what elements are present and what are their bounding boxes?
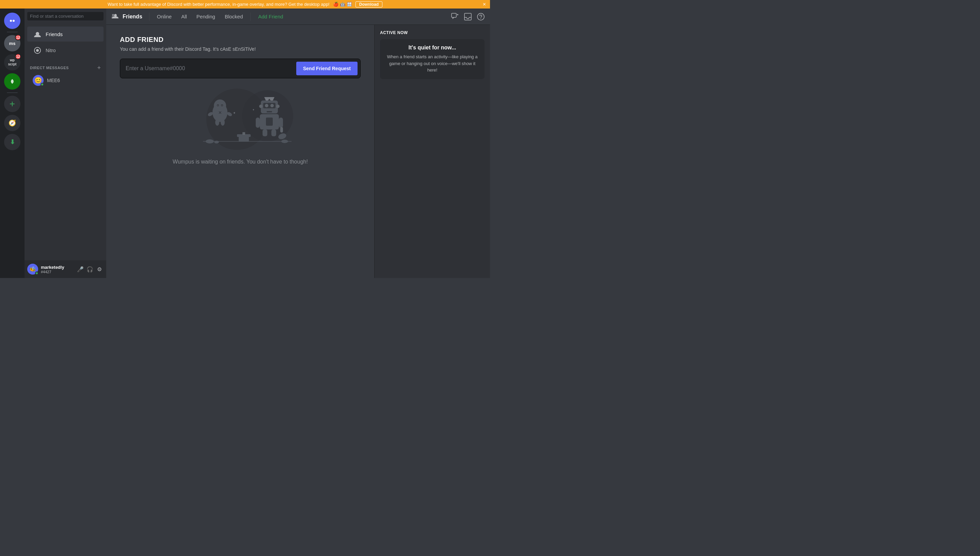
- apple-icon: 🍎: [333, 2, 338, 7]
- server-icon-wpscript[interactable]: wpscrpt 12: [4, 54, 21, 71]
- svg-point-40: [276, 105, 280, 108]
- friends-label: Friends: [46, 31, 63, 37]
- download-app-icon[interactable]: ⬇: [4, 134, 21, 150]
- server-badge-ms: 12: [15, 34, 21, 40]
- online-indicator: [40, 83, 44, 86]
- deafen-button[interactable]: 🎧: [86, 265, 94, 273]
- add-friend-title: ADD FRIEND: [120, 36, 361, 44]
- explore-servers-icon[interactable]: 🧭: [4, 115, 21, 131]
- top-nav: Friends Online All Pending Blocked Add F…: [106, 8, 490, 25]
- active-now-card: It's quiet for now... When a friend star…: [380, 39, 485, 79]
- svg-rect-29: [242, 132, 245, 135]
- username-input[interactable]: [120, 59, 293, 78]
- svg-point-11: [480, 18, 481, 19]
- send-friend-request-button[interactable]: Send Friend Request: [296, 61, 358, 75]
- user-settings-button[interactable]: ⚙: [95, 265, 103, 273]
- add-friend-form: Send Friend Request: [120, 58, 361, 78]
- active-now-card-description: When a friend starts an activity—like pl…: [385, 53, 479, 74]
- nav-title: Friends: [122, 14, 142, 20]
- svg-point-49: [206, 139, 214, 144]
- svg-rect-47: [271, 129, 276, 136]
- svg-text:✦: ✦: [233, 111, 235, 115]
- svg-point-5: [112, 14, 114, 16]
- svg-rect-46: [263, 129, 267, 136]
- help-button[interactable]: [477, 13, 485, 21]
- nitro-icon: [33, 46, 42, 55]
- nitro-label: Nitro: [46, 48, 56, 53]
- banner-platform-icons: 🍎 🤖 🪟: [333, 2, 352, 7]
- svg-point-39: [259, 105, 263, 108]
- user-info: marketedly #4427: [41, 265, 74, 274]
- dm-avatar-mee6: 😊: [33, 75, 44, 86]
- search-input[interactable]: [27, 12, 103, 21]
- svg-point-17: [214, 100, 226, 112]
- svg-point-10: [477, 13, 484, 20]
- svg-point-51: [281, 140, 288, 143]
- svg-text:✕: ✕: [218, 110, 222, 115]
- nitro-nav-item[interactable]: Nitro: [27, 43, 103, 58]
- server-divider-1: [7, 32, 18, 32]
- active-now-card-title: It's quiet for now...: [385, 45, 479, 51]
- add-server-icon[interactable]: +: [4, 96, 21, 112]
- tab-blocked[interactable]: Blocked: [221, 12, 246, 21]
- server-sidebar: ms 12 wpscrpt 12 + 🧭 ⬇: [0, 8, 24, 278]
- main-content: Friends Online All Pending Blocked Add F…: [106, 8, 490, 278]
- windows-icon: 🪟: [347, 2, 352, 7]
- dm-header: DIRECT MESSAGES +: [24, 59, 106, 72]
- svg-rect-38: [267, 111, 272, 112]
- svg-point-1: [13, 20, 15, 22]
- search-bar-container: [24, 8, 106, 24]
- home-server-icon[interactable]: [4, 13, 21, 29]
- svg-rect-43: [279, 118, 283, 128]
- user-name: marketedly: [41, 265, 74, 270]
- user-panel: 🐝 marketedly #4427 🎤 🎧 ⚙: [24, 260, 106, 278]
- svg-rect-9: [464, 13, 471, 20]
- user-controls: 🎤 🎧 ⚙: [76, 265, 103, 273]
- inbox-button[interactable]: [464, 13, 472, 21]
- channel-list: Friends Nitro DIRECT MESSAGES + 😊: [24, 24, 106, 260]
- dm-header-label: DIRECT MESSAGES: [30, 66, 69, 70]
- nav-divider-2: [250, 13, 251, 21]
- banner-close-button[interactable]: ×: [483, 2, 486, 8]
- server-badge-wpscript: 12: [15, 53, 21, 60]
- svg-rect-44: [280, 127, 283, 133]
- user-online-dot: [35, 272, 39, 275]
- svg-rect-6: [451, 13, 456, 18]
- banner-text: Want to take full advantage of Discord w…: [108, 2, 330, 7]
- download-button[interactable]: Download: [356, 2, 382, 8]
- svg-point-20: [218, 105, 218, 106]
- nav-right-icons: [451, 13, 485, 21]
- add-friend-content: ADD FRIEND You can add a friend with the…: [106, 25, 490, 278]
- svg-point-50: [214, 141, 219, 144]
- svg-point-26: [221, 119, 225, 126]
- tab-pending[interactable]: Pending: [193, 12, 219, 21]
- mute-button[interactable]: 🎤: [76, 265, 84, 273]
- add-friend-description: You can add a friend with their Discord …: [120, 46, 361, 52]
- svg-point-21: [222, 105, 222, 106]
- server-icon-ms[interactable]: ms 12: [4, 35, 21, 52]
- new-group-dm-button[interactable]: [451, 13, 459, 21]
- dm-item-mee6[interactable]: 😊 MEE6: [27, 72, 103, 89]
- add-dm-button[interactable]: +: [97, 65, 101, 71]
- app-layout: ms 12 wpscrpt 12 + 🧭 ⬇: [0, 8, 490, 278]
- add-friend-main: ADD FRIEND You can add a friend with the…: [106, 25, 374, 278]
- tab-all[interactable]: All: [178, 12, 190, 21]
- svg-rect-45: [256, 118, 260, 128]
- svg-text:✦: ✦: [252, 108, 255, 112]
- svg-point-25: [215, 119, 219, 126]
- svg-point-4: [36, 49, 39, 52]
- server-icon-xbox[interactable]: [4, 73, 21, 90]
- friends-nav-item[interactable]: Friends: [27, 27, 103, 42]
- svg-point-36: [265, 104, 268, 107]
- user-tag: #4427: [41, 270, 74, 274]
- nav-friends-icon: [112, 13, 119, 20]
- dm-name-mee6: MEE6: [47, 78, 60, 83]
- wumpus-area: ✕: [120, 78, 361, 172]
- android-icon: 🤖: [340, 2, 345, 7]
- tab-add-friend[interactable]: Add Friend: [255, 12, 286, 21]
- top-banner: Want to take full advantage of Discord w…: [0, 0, 490, 8]
- svg-point-37: [270, 104, 274, 107]
- svg-point-0: [10, 20, 12, 22]
- user-avatar: 🐝: [27, 264, 38, 275]
- tab-online[interactable]: Online: [153, 12, 175, 21]
